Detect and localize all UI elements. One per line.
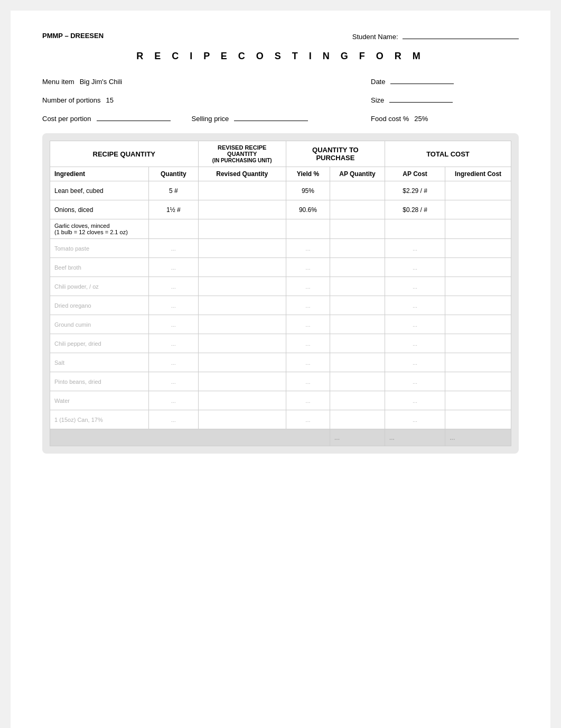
size-label: Size [371, 96, 384, 104]
cell-ap-qty [330, 372, 385, 391]
table-row: Onions, diced 1½ # 90.6% $0.28 / # [50, 200, 511, 219]
menu-item-value: Big Jim's Chili [80, 78, 123, 86]
size-field[interactable] [389, 93, 453, 103]
totals-label [50, 429, 330, 446]
cell-quantity: 1½ # [149, 200, 199, 219]
col-header-ingredient: Ingredient [50, 167, 149, 181]
cell-ap-qty [330, 296, 385, 315]
cell-ingredient: Garlic cloves, minced(1 bulb = 12 cloves… [50, 219, 149, 239]
table-row: Beef broth ... ... ... [50, 258, 511, 277]
cell-ing-cost [445, 353, 511, 372]
cost-section: Cost per portion Selling price [42, 112, 371, 123]
cell-ap-cost: ... [385, 258, 445, 277]
table-row: Pinto beans, dried ... ... ... [50, 372, 511, 391]
cost-per-portion-field[interactable] [97, 112, 171, 121]
cell-yield: ... [286, 239, 330, 258]
col-header-ap-qty: AP Quantity [330, 167, 385, 181]
cell-quantity: ... [149, 296, 199, 315]
cell-ing-cost [445, 219, 511, 239]
totals-ap-cost-val: ... [385, 429, 445, 446]
cell-ap-cost: ... [385, 315, 445, 334]
cell-ingredient: Onions, diced [50, 200, 149, 219]
size-section: Size [371, 93, 519, 104]
table-row: Garlic cloves, minced(1 bulb = 12 cloves… [50, 219, 511, 239]
cell-revised [198, 372, 286, 391]
date-field[interactable] [390, 75, 454, 84]
food-cost-section: Food cost % 25% [371, 115, 519, 123]
group-header-row: RECIPE QUANTITY REVISED RECIPE QUANTITY(… [50, 141, 511, 167]
cell-ap-cost: ... [385, 334, 445, 353]
form-row-3: Cost per portion Selling price Food cost… [42, 112, 519, 123]
cell-ap-cost: ... [385, 410, 445, 429]
cell-ap-qty [330, 315, 385, 334]
form-row-1: Menu item Big Jim's Chili Date [42, 75, 519, 86]
page-title: R E C I P E C O S T I N G F O R M [42, 51, 519, 62]
cell-ap-qty [330, 239, 385, 258]
cell-quantity: 5 # [149, 181, 199, 200]
portions-section: Number of portions 15 [42, 96, 371, 104]
cell-revised [198, 391, 286, 410]
group-header-revised: REVISED RECIPE QUANTITY(IN PURCHASING UN… [198, 141, 286, 167]
portions-label: Number of portions [42, 96, 101, 104]
cell-yield: 90.6% [286, 200, 330, 219]
cell-yield [286, 219, 330, 239]
selling-price-field[interactable] [234, 112, 308, 121]
cell-revised [198, 181, 286, 200]
cell-revised [198, 219, 286, 239]
table-row: Dried oregano ... ... ... [50, 296, 511, 315]
cell-quantity: ... [149, 410, 199, 429]
cell-yield: ... [286, 372, 330, 391]
cell-ing-cost [445, 334, 511, 353]
cell-ap-cost: ... [385, 372, 445, 391]
food-cost-value: 25% [414, 115, 428, 123]
cell-revised [198, 239, 286, 258]
table-row: Tomato paste ... ... ... [50, 239, 511, 258]
cell-revised [198, 410, 286, 429]
cell-ap-cost: ... [385, 353, 445, 372]
cell-ap-qty [330, 334, 385, 353]
company-name: PMMP – DREESEN [42, 32, 104, 40]
cell-ing-cost [445, 296, 511, 315]
cell-ap-qty [330, 410, 385, 429]
cell-ap-qty [330, 181, 385, 200]
student-name-section: Student Name: [352, 32, 519, 41]
student-name-field[interactable] [403, 39, 519, 39]
cell-quantity: ... [149, 315, 199, 334]
cell-yield: ... [286, 296, 330, 315]
cell-ingredient: Beef broth [50, 258, 149, 277]
menu-item-section: Menu item Big Jim's Chili [42, 78, 371, 86]
cell-quantity: ... [149, 258, 199, 277]
cell-quantity: ... [149, 391, 199, 410]
student-name-label: Student Name: [352, 33, 398, 41]
cell-ap-cost [385, 219, 445, 239]
cell-quantity [149, 219, 199, 239]
table-row: Salt ... ... ... [50, 353, 511, 372]
cell-yield: ... [286, 391, 330, 410]
form-fields: Menu item Big Jim's Chili Date Number of… [42, 75, 519, 123]
table-row: Water ... ... ... [50, 391, 511, 410]
cell-ingredient: Chili powder, / oz [50, 277, 149, 296]
col-header-ap-cost: AP Cost [385, 167, 445, 181]
cell-quantity: ... [149, 372, 199, 391]
cell-ingredient: 1 (15oz) Can, 17% [50, 410, 149, 429]
cell-ingredient: Ground cumin [50, 315, 149, 334]
cell-revised [198, 334, 286, 353]
cell-ing-cost [445, 239, 511, 258]
col-header-row: Ingredient Quantity Revised Quantity Yie… [50, 167, 511, 181]
cell-revised [198, 315, 286, 334]
cell-ing-cost [445, 200, 511, 219]
totals-row: ... ... ... [50, 429, 511, 446]
cell-ap-qty [330, 219, 385, 239]
cell-ap-cost: $0.28 / # [385, 200, 445, 219]
col-header-ing-cost: Ingredient Cost [445, 167, 511, 181]
cell-ap-cost: ... [385, 391, 445, 410]
cell-ap-qty [330, 391, 385, 410]
cell-ap-cost: ... [385, 239, 445, 258]
cell-revised [198, 258, 286, 277]
cell-ingredient: Water [50, 391, 149, 410]
cell-quantity: ... [149, 239, 199, 258]
cell-ap-qty [330, 258, 385, 277]
group-header-total-cost: TOTAL COST [385, 141, 511, 167]
header-row: PMMP – DREESEN Student Name: [42, 32, 519, 41]
cell-ap-cost: ... [385, 277, 445, 296]
